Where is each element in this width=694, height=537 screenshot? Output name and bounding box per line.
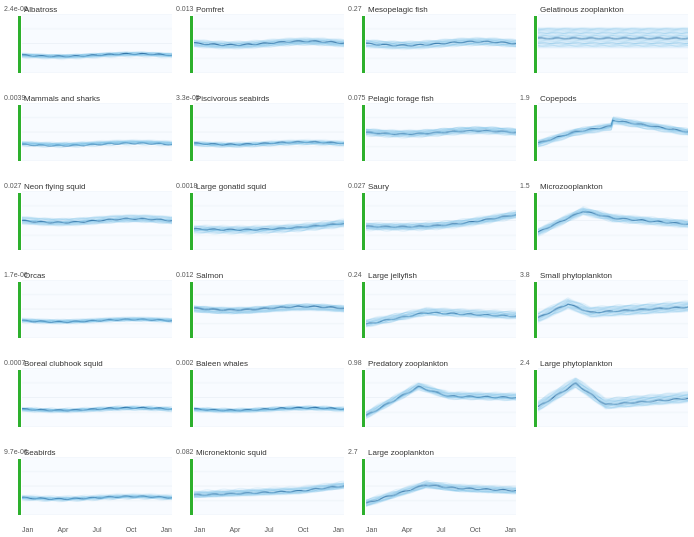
canvas-saury <box>366 191 516 250</box>
xlabel: Jan <box>505 526 516 533</box>
chart-boreal_clubhook_squid <box>22 368 172 427</box>
panel-seabirds: 9.7e-06SeabirdsJanAprJulOctJan <box>4 447 174 534</box>
panel-large_zooplankton: 2.7Large zooplanktonJanAprJulOctJan <box>348 447 518 534</box>
title-orcas: Orcas <box>24 271 45 280</box>
canvas-predatory_zoo <box>366 368 516 427</box>
panel-empty_last <box>520 447 690 534</box>
canvas-piscivorous_seabirds <box>194 103 344 162</box>
panel-salmon: 0.012Salmon <box>176 270 346 357</box>
title-microzooplankton: Microzooplankton <box>540 182 603 191</box>
canvas-copepods <box>538 103 688 162</box>
ybar-micronektonic_squid <box>190 459 193 516</box>
chart-mesopelagic_fish <box>366 14 516 73</box>
ybar-boreal_clubhook_squid <box>18 370 21 427</box>
canvas-pelagic_forage_fish <box>366 103 516 162</box>
title-large_zooplankton: Large zooplankton <box>368 448 434 457</box>
chart-large_phytoplankton <box>538 368 688 427</box>
chart-small_phytoplankton <box>538 280 688 339</box>
ybar-piscivorous_seabirds <box>190 105 193 162</box>
chart-large_jellyfish <box>366 280 516 339</box>
ybar-baleen_whales <box>190 370 193 427</box>
panel-orcas: 1.7e-06Orcas <box>4 270 174 357</box>
canvas-pomfret <box>194 14 344 73</box>
title-large_phytoplankton: Large phytoplankton <box>540 359 613 368</box>
chart-piscivorous_seabirds <box>194 103 344 162</box>
main-grid: 2.4e-06Albatross0.013Pomfret0.27Mesopela… <box>0 0 694 537</box>
chart-seabirds <box>22 457 172 516</box>
panel-pelagic_forage_fish: 0.075Pelagic forage fish <box>348 93 518 180</box>
chart-gelatinous_zoo <box>538 14 688 73</box>
chart-saury <box>366 191 516 250</box>
chart-salmon <box>194 280 344 339</box>
chart-neon_flying_squid <box>22 191 172 250</box>
panel-large_gonatid_squid: 0.0018Large gonatid squid <box>176 181 346 268</box>
ymax-micronektonic_squid: 0.082 <box>176 448 194 455</box>
ybar-pomfret <box>190 16 193 73</box>
chart-baleen_whales <box>194 368 344 427</box>
panel-gelatinous_zoo: Gelatinous zooplankton <box>520 4 690 91</box>
canvas-seabirds <box>22 457 172 516</box>
xlabel: Oct <box>126 526 137 533</box>
canvas-small_phytoplankton <box>538 280 688 339</box>
xlabel: Jan <box>194 526 205 533</box>
ybar-gelatinous_zoo <box>534 16 537 73</box>
ymax-large_gonatid_squid: 0.0018 <box>176 182 197 189</box>
ybar-saury <box>362 193 365 250</box>
chart-predatory_zoo <box>366 368 516 427</box>
xlabel: Oct <box>298 526 309 533</box>
ymax-baleen_whales: 0.002 <box>176 359 194 366</box>
xlabels-micronektonic_squid: JanAprJulOctJan <box>194 526 344 533</box>
ybar-salmon <box>190 282 193 339</box>
panel-small_phytoplankton: 3.8Small phytoplankton <box>520 270 690 357</box>
ybar-pelagic_forage_fish <box>362 105 365 162</box>
panel-large_phytoplankton: 2.4Large phytoplankton <box>520 358 690 445</box>
xlabel: Jan <box>22 526 33 533</box>
ymax-saury: 0.027 <box>348 182 366 189</box>
ymax-small_phytoplankton: 3.8 <box>520 271 530 278</box>
xlabel: Jan <box>333 526 344 533</box>
chart-microzooplankton <box>538 191 688 250</box>
ymax-copepods: 1.9 <box>520 94 530 101</box>
title-boreal_clubhook_squid: Boreal clubhook squid <box>24 359 103 368</box>
title-micronektonic_squid: Micronektonic squid <box>196 448 267 457</box>
panel-mammals_sharks: 0.0039Mammals and sharks <box>4 93 174 180</box>
title-neon_flying_squid: Neon flying squid <box>24 182 85 191</box>
canvas-albatross <box>22 14 172 73</box>
panel-neon_flying_squid: 0.027Neon flying squid <box>4 181 174 268</box>
ymax-mammals_sharks: 0.0039 <box>4 94 25 101</box>
ymax-mesopelagic_fish: 0.27 <box>348 5 362 12</box>
canvas-large_zooplankton <box>366 457 516 516</box>
panel-large_jellyfish: 0.24Large jellyfish <box>348 270 518 357</box>
ybar-small_phytoplankton <box>534 282 537 339</box>
chart-micronektonic_squid <box>194 457 344 516</box>
xlabels-seabirds: JanAprJulOctJan <box>22 526 172 533</box>
chart-mammals_sharks <box>22 103 172 162</box>
xlabels-large_zooplankton: JanAprJulOctJan <box>366 526 516 533</box>
canvas-large_gonatid_squid <box>194 191 344 250</box>
title-large_gonatid_squid: Large gonatid squid <box>196 182 266 191</box>
canvas-boreal_clubhook_squid <box>22 368 172 427</box>
canvas-baleen_whales <box>194 368 344 427</box>
chart-pelagic_forage_fish <box>366 103 516 162</box>
xlabel: Apr <box>401 526 412 533</box>
xlabel: Jul <box>93 526 102 533</box>
ybar-neon_flying_squid <box>18 193 21 250</box>
canvas-salmon <box>194 280 344 339</box>
title-pomfret: Pomfret <box>196 5 224 14</box>
ymax-microzooplankton: 1.5 <box>520 182 530 189</box>
chart-large_gonatid_squid <box>194 191 344 250</box>
title-seabirds: Seabirds <box>24 448 56 457</box>
ymax-predatory_zoo: 0.98 <box>348 359 362 366</box>
title-small_phytoplankton: Small phytoplankton <box>540 271 612 280</box>
ymax-salmon: 0.012 <box>176 271 194 278</box>
chart-large_zooplankton <box>366 457 516 516</box>
panel-pomfret: 0.013Pomfret <box>176 4 346 91</box>
panel-boreal_clubhook_squid: 0.0007Boreal clubhook squid <box>4 358 174 445</box>
xlabel: Jul <box>437 526 446 533</box>
canvas-gelatinous_zoo <box>538 14 688 73</box>
title-saury: Saury <box>368 182 389 191</box>
ybar-copepods <box>534 105 537 162</box>
ybar-large_zooplankton <box>362 459 365 516</box>
title-large_jellyfish: Large jellyfish <box>368 271 417 280</box>
ybar-orcas <box>18 282 21 339</box>
